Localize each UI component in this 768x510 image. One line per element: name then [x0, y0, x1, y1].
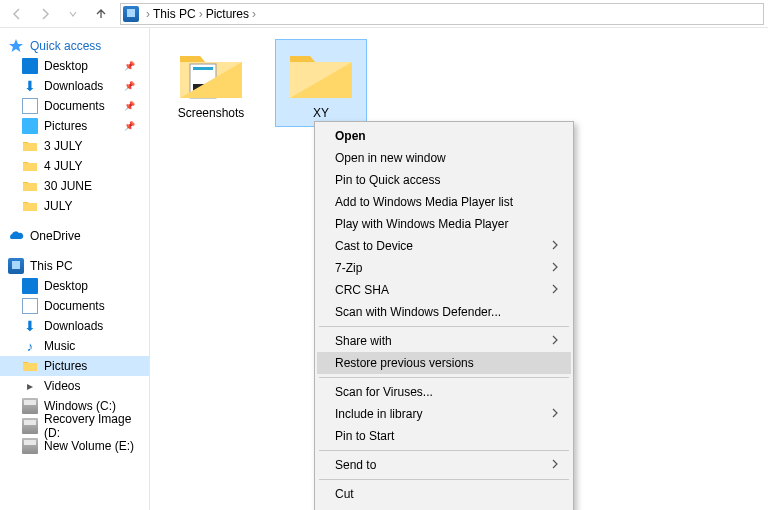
- nav-forward-button[interactable]: [32, 2, 58, 26]
- folder-item-selected[interactable]: XY: [276, 40, 366, 126]
- sidebar-item[interactable]: ⬇Downloads: [0, 316, 149, 336]
- context-menu-item[interactable]: 7-Zip: [317, 257, 571, 279]
- context-menu-label: Scan for Viruses...: [335, 385, 433, 399]
- chevron-right-icon: ›: [252, 7, 256, 21]
- document-icon: [22, 298, 38, 314]
- folder-icon: [22, 138, 38, 154]
- drive-icon: [22, 398, 38, 414]
- context-menu-item[interactable]: Open in new window: [317, 147, 571, 169]
- pin-icon: 📌: [124, 81, 135, 91]
- desktop-icon: [22, 58, 38, 74]
- sidebar-item-label: Downloads: [44, 79, 103, 93]
- sidebar-item-label: Pictures: [44, 119, 87, 133]
- pictures-icon: [22, 118, 38, 134]
- context-menu-item[interactable]: Copy: [317, 505, 571, 510]
- nav-back-button[interactable]: [4, 2, 30, 26]
- sidebar-item[interactable]: Pictures📌: [0, 116, 149, 136]
- svg-marker-0: [9, 39, 23, 52]
- nav-up-button[interactable]: [88, 2, 114, 26]
- sidebar-item-label: Recovery Image (D:: [44, 412, 141, 440]
- context-menu-label: Open in new window: [335, 151, 446, 165]
- context-menu-label: Send to: [335, 458, 376, 472]
- menu-separator: [319, 326, 569, 327]
- folder-icon: [22, 358, 38, 374]
- sidebar-item-label: Videos: [44, 379, 80, 393]
- context-menu-item[interactable]: Scan for Viruses...: [317, 381, 571, 403]
- context-menu-label: Play with Windows Media Player: [335, 217, 508, 231]
- sidebar-header-onedrive[interactable]: OneDrive: [0, 226, 149, 246]
- address-box[interactable]: › This PC › Pictures ›: [120, 3, 764, 25]
- sidebar-item-label: 4 JULY: [44, 159, 82, 173]
- sidebar-item-label: JULY: [44, 199, 72, 213]
- document-icon: [22, 98, 38, 114]
- context-menu-item[interactable]: Include in library: [317, 403, 571, 425]
- folder-label: Screenshots: [166, 106, 256, 126]
- nav-recent-dropdown[interactable]: [60, 2, 86, 26]
- sidebar-label: OneDrive: [30, 229, 81, 243]
- this-pc-icon: [8, 258, 24, 274]
- context-menu-item[interactable]: Cut: [317, 483, 571, 505]
- sidebar-item-label: Downloads: [44, 319, 103, 333]
- context-menu-label: Share with: [335, 334, 392, 348]
- sidebar-item[interactable]: Desktop📌: [0, 56, 149, 76]
- drive-icon: [22, 438, 38, 454]
- context-menu-label: Restore previous versions: [335, 356, 474, 370]
- this-pc-group: This PC DesktopDocuments⬇Downloads♪Music…: [0, 256, 149, 456]
- breadcrumb-segment[interactable]: This PC: [153, 7, 196, 21]
- sidebar-item[interactable]: 3 JULY: [0, 136, 149, 156]
- pin-icon: 📌: [124, 121, 135, 131]
- folder-icon: [22, 198, 38, 214]
- context-menu-item[interactable]: Open: [317, 125, 571, 147]
- chevron-right-icon: [551, 334, 559, 348]
- sidebar-item[interactable]: New Volume (E:): [0, 436, 149, 456]
- sidebar-item-label: 30 JUNE: [44, 179, 92, 193]
- context-menu-item[interactable]: Play with Windows Media Player: [317, 213, 571, 235]
- sidebar-header-quick-access[interactable]: Quick access: [0, 36, 149, 56]
- sidebar-item[interactable]: ▸Videos: [0, 376, 149, 396]
- sidebar-item[interactable]: JULY: [0, 196, 149, 216]
- chevron-right-icon: [551, 239, 559, 253]
- sidebar-item[interactable]: Recovery Image (D:: [0, 416, 149, 436]
- sidebar-item[interactable]: ⬇Downloads📌: [0, 76, 149, 96]
- context-menu-item[interactable]: Add to Windows Media Player list: [317, 191, 571, 213]
- breadcrumb-segment[interactable]: Pictures: [206, 7, 249, 21]
- context-menu-item[interactable]: Scan with Windows Defender...: [317, 301, 571, 323]
- sidebar-item[interactable]: Pictures: [0, 356, 149, 376]
- context-menu-item[interactable]: Cast to Device: [317, 235, 571, 257]
- folder-item-screenshots[interactable]: Screenshots: [166, 40, 256, 126]
- context-menu-item[interactable]: Send to: [317, 454, 571, 476]
- sidebar-item[interactable]: Documents: [0, 296, 149, 316]
- chevron-right-icon: ›: [199, 7, 203, 21]
- sidebar-label: Quick access: [30, 39, 101, 53]
- folder-icon: [286, 46, 356, 102]
- navigation-pane: Quick access Desktop📌⬇Downloads📌Document…: [0, 28, 150, 510]
- context-menu-label: Cast to Device: [335, 239, 413, 253]
- menu-separator: [319, 479, 569, 480]
- context-menu-label: Scan with Windows Defender...: [335, 305, 501, 319]
- this-pc-icon: [123, 6, 139, 22]
- context-menu-item[interactable]: CRC SHA: [317, 279, 571, 301]
- sidebar-item[interactable]: Desktop: [0, 276, 149, 296]
- context-menu-label: Pin to Quick access: [335, 173, 440, 187]
- chevron-right-icon: [551, 261, 559, 275]
- context-menu-item[interactable]: Restore previous versions: [317, 352, 571, 374]
- video-icon: ▸: [22, 378, 38, 394]
- sidebar-item[interactable]: 30 JUNE: [0, 176, 149, 196]
- context-menu-item[interactable]: Pin to Start: [317, 425, 571, 447]
- context-menu-item[interactable]: Pin to Quick access: [317, 169, 571, 191]
- sidebar-item-label: New Volume (E:): [44, 439, 134, 453]
- menu-separator: [319, 377, 569, 378]
- pin-icon: 📌: [124, 101, 135, 111]
- sidebar-item[interactable]: Documents📌: [0, 96, 149, 116]
- folder-icon: [22, 158, 38, 174]
- sidebar-header-this-pc[interactable]: This PC: [0, 256, 149, 276]
- context-menu-item[interactable]: Share with: [317, 330, 571, 352]
- sidebar-item-label: Music: [44, 339, 75, 353]
- desktop-icon: [22, 278, 38, 294]
- context-menu-label: Cut: [335, 487, 354, 501]
- sidebar-item[interactable]: ♪Music: [0, 336, 149, 356]
- chevron-right-icon: [551, 458, 559, 472]
- sidebar-item[interactable]: 4 JULY: [0, 156, 149, 176]
- context-menu-label: Add to Windows Media Player list: [335, 195, 513, 209]
- sidebar-label: This PC: [30, 259, 73, 273]
